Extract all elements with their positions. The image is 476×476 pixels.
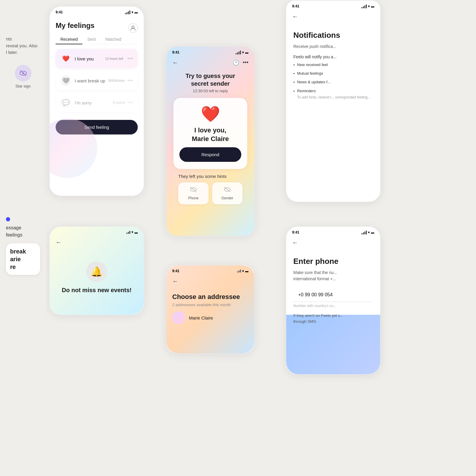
signal-icon-6: [361, 231, 367, 234]
choose-title: Choose an addressee: [172, 293, 248, 301]
feeling-emoji-love: ❤️: [60, 53, 71, 64]
notif-title: Notifications: [293, 31, 373, 40]
tabs: Received Sent Matched: [56, 35, 138, 44]
notif-text-4: Reminders: [297, 89, 316, 93]
wifi-icon-6: ▾: [368, 231, 370, 234]
feeling-text-breakup: I want break up: [75, 78, 108, 83]
notif-item-1: • New received feel: [293, 62, 373, 68]
feeling-dots-sorry[interactable]: •••: [127, 100, 133, 106]
heart-big-icon: ❤️: [179, 105, 241, 123]
hints-grid: Phone Gender: [178, 182, 242, 204]
respond-button[interactable]: Respond: [179, 147, 241, 162]
page-title-feelings: My feelings: [56, 21, 95, 30]
feeling-item-breakup[interactable]: 🩶 I want break up Withdrawn •••: [56, 71, 138, 90]
signal-icon-3: [361, 4, 367, 8]
phone-disclaimer: If they aren't on Feelo yet v... through…: [293, 313, 373, 324]
feeling-item-sorry[interactable]: 💬 I'm sorry Expired •••: [56, 93, 138, 112]
enter-phone-title: Enter phone: [293, 257, 373, 266]
notif-item-3: • News & updates f...: [293, 79, 373, 85]
left-bottom-panel: essage feelings break arie re: [0, 208, 46, 357]
status-icons-4: ▾ ▬: [126, 230, 138, 234]
history-icon[interactable]: 🕐: [233, 60, 239, 66]
avatar-marie-claire: [172, 311, 185, 324]
phone4-content: 🔔 Do not miss new events!: [50, 249, 144, 300]
hints-title: They left you some hints: [178, 174, 242, 179]
battery-icon-5: ▬: [245, 269, 248, 273]
message-card: ❤️ I love you, Marie Claire Respond: [173, 98, 247, 169]
feeling-status-breakup: Withdrawn: [108, 79, 125, 83]
send-feeling-button[interactable]: Send feeling: [56, 120, 138, 134]
phone-choose-addressee: 9:41 ▾ ▬ ← Choose an addressee 2 address…: [166, 265, 255, 354]
phone5-content: Choose an addressee 2 addressees availab…: [166, 288, 254, 329]
more-icon[interactable]: •••: [243, 60, 248, 66]
timer: 12:30:03 left to reply: [172, 89, 248, 93]
time-5: 9:41: [172, 269, 179, 273]
bell-icon: 🔔: [91, 266, 103, 277]
nav-row-6: ←: [286, 236, 380, 250]
phone-enter-phone: 9:41 ▾ ▬ ← Enter phone Make sure that th…: [286, 226, 381, 375]
star-sign-item: Star sign: [6, 65, 40, 88]
feeling-dots-breakup[interactable]: •••: [127, 78, 133, 84]
back-button-4[interactable]: ←: [56, 239, 62, 246]
tab-matched[interactable]: Matched: [101, 35, 126, 44]
nav-row-3: ←: [286, 10, 380, 24]
hint-phone[interactable]: Phone: [178, 182, 209, 204]
addressee-item[interactable]: Marie Claire: [172, 311, 248, 324]
nav-row-4: ←: [50, 235, 144, 249]
back-button-6[interactable]: ←: [292, 239, 298, 246]
tab-received[interactable]: Received: [56, 35, 82, 44]
battery-icon: ▬: [134, 10, 138, 14]
wifi-icon-2: ▾: [242, 51, 244, 54]
time-2: 9:41: [172, 50, 179, 54]
bullet-4: •: [293, 89, 295, 94]
battery-icon-2: ▬: [245, 51, 248, 54]
bullet-3: •: [293, 80, 295, 85]
guess-title: Try to guess your secret sender: [172, 72, 248, 87]
phone2-content: Try to guess your secret sender 12:30:03…: [166, 72, 254, 204]
status-bar-5: 9:41 ▾ ▬: [166, 265, 254, 274]
notif-item-4: • Reminders To add hints, resend t... un…: [293, 88, 373, 100]
status-icons-2: ▾ ▬: [236, 51, 248, 54]
status-icons-1: ▾ ▬: [125, 10, 138, 14]
hint-gender-icon: [216, 187, 238, 194]
notif-list: • New received feel • Mutual feelings • …: [293, 62, 373, 100]
notif-intro: Feelo will notify you a...: [293, 54, 373, 59]
phone-input[interactable]: [293, 288, 373, 302]
notif-text-1: New received feel: [297, 62, 328, 68]
phone1-content: Received Sent Matched ❤️ I love you 12 h…: [50, 35, 144, 134]
phone6-content: Enter phone Make sure that the nu... int…: [286, 250, 380, 329]
hint-gender[interactable]: Gender: [212, 182, 242, 204]
back-button-3[interactable]: ←: [292, 13, 298, 20]
feeling-text-sorry: I'm sorry: [75, 100, 113, 105]
time-left-love: 12 hours left: [105, 57, 123, 60]
left-bottom-text: essage feelings: [6, 224, 40, 239]
battery-icon-3: ▬: [371, 4, 374, 8]
profile-icon[interactable]: [128, 23, 138, 33]
signal-icon: [125, 10, 130, 14]
star-sign-label: Star sign: [15, 84, 31, 88]
hint-phone-label: Phone: [182, 196, 204, 200]
wifi-icon-5: ▾: [242, 269, 244, 273]
back-button-5[interactable]: ←: [172, 278, 178, 285]
feeling-dots-love[interactable]: •••: [127, 56, 133, 62]
signal-icon-2: [236, 51, 241, 54]
signal-icon-4: [126, 231, 130, 234]
notif-subtitle: Receive push notifica...: [293, 43, 373, 50]
wifi-icon-3: ▾: [368, 4, 370, 8]
hints-section: They left you some hints Phone: [172, 169, 248, 204]
feeling-item-love[interactable]: ❤️ I love you 12 hours left •••: [56, 49, 138, 68]
signal-icon-5: [237, 270, 241, 273]
time-6: 9:41: [292, 230, 299, 234]
break-card: break arie re: [6, 243, 40, 275]
phone-bell-notification: ▾ ▬ ← 🔔 Do not miss new events!: [49, 226, 144, 315]
left-panel: nts reveal you. Also l later. Star sign: [0, 0, 46, 202]
battery-icon-6: ▬: [371, 231, 374, 234]
notif-item-2: • Mutual feelings: [293, 71, 373, 76]
choose-subtitle: 2 addressees available this month: [172, 303, 248, 307]
bullet-2: •: [293, 71, 295, 76]
status-bar-4: ▾ ▬: [50, 227, 144, 235]
back-button-2[interactable]: ←: [172, 59, 178, 66]
tab-sent[interactable]: Sent: [82, 35, 101, 44]
phone-guess-sender: 9:41 ▾ ▬ ← 🕐 ••• Try to guess your secre…: [166, 46, 255, 237]
feeling-status-sorry: Expired: [113, 101, 125, 105]
